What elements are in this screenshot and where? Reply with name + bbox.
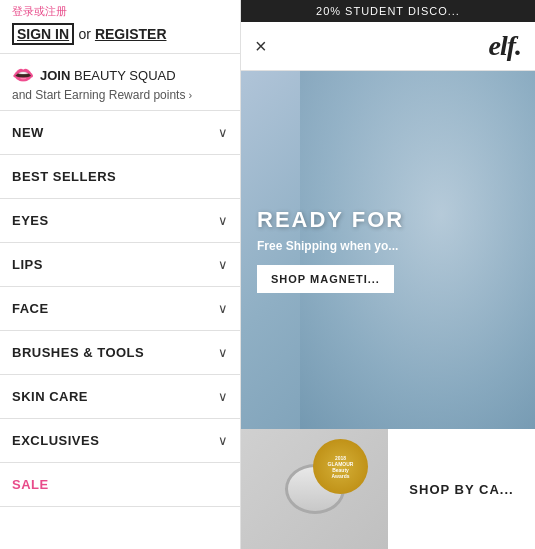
- nav-item-eyes[interactable]: EYES ∨: [0, 199, 240, 243]
- nav-label-lips: LIPS: [12, 257, 43, 272]
- nav-item-face[interactable]: FACE ∨: [0, 287, 240, 331]
- main-content: 20% STUDENT DISCO... × elf. READY FOR Fr…: [241, 0, 535, 549]
- reward-text: and Start Earning Reward points ›: [12, 88, 228, 102]
- nav-item-skin-care[interactable]: SKIN CARE ∨: [0, 375, 240, 419]
- nav-item-exclusives[interactable]: EXCLUSIVES ∨: [0, 419, 240, 463]
- shop-by-category: SHOP BY CA...: [388, 429, 535, 549]
- chevron-down-icon: ∨: [218, 213, 228, 228]
- nav-label-best-sellers: BEST SELLERS: [12, 169, 116, 184]
- nav-label-brushes-tools: BRUSHES & TOOLS: [12, 345, 144, 360]
- top-banner: 20% STUDENT DISCO...: [241, 0, 535, 22]
- shop-magnetic-button[interactable]: SHOP MAGNETI...: [257, 265, 394, 293]
- sign-in-row: SIGN IN or REGISTER: [0, 19, 240, 54]
- nav-item-sale[interactable]: SALE: [0, 463, 240, 507]
- close-icon[interactable]: ×: [255, 35, 267, 58]
- or-text: or: [79, 26, 95, 42]
- chevron-down-icon: ∨: [218, 345, 228, 360]
- join-text: JOIN BEAUTY SQUAD: [40, 68, 176, 83]
- register-link[interactable]: REGISTER: [95, 26, 167, 42]
- chevron-down-icon: ∨: [218, 301, 228, 316]
- chevron-down-icon: ∨: [218, 389, 228, 404]
- nav-label-skin-care: SKIN CARE: [12, 389, 88, 404]
- hero-subtext: Free Shipping when yo...: [257, 239, 398, 253]
- chevron-down-icon: ∨: [218, 125, 228, 140]
- award-badge: 2018 GLAMOUR Beauty Awards: [313, 439, 368, 494]
- sign-in-link[interactable]: SIGN IN: [12, 23, 74, 45]
- nav-label-sale: SALE: [12, 477, 49, 492]
- nav-item-best-sellers[interactable]: BEST SELLERS: [0, 155, 240, 199]
- product-area: 2018 GLAMOUR Beauty Awards: [241, 429, 388, 549]
- hero-section: READY FOR Free Shipping when yo... SHOP …: [241, 71, 535, 429]
- chevron-right-icon: ›: [188, 89, 192, 101]
- nav-label-exclusives: EXCLUSIVES: [12, 433, 99, 448]
- chevron-down-icon: ∨: [218, 433, 228, 448]
- sidebar: 登录或注册 SIGN IN or REGISTER 👄 JOIN BEAUTY …: [0, 0, 241, 549]
- nav-item-new[interactable]: NEW ∨: [0, 111, 240, 155]
- elf-logo: elf.: [488, 30, 521, 62]
- top-bar: × elf.: [241, 22, 535, 71]
- hero-heading: READY FOR: [257, 207, 404, 233]
- nav-label-new: NEW: [12, 125, 44, 140]
- nav-label-face: FACE: [12, 301, 49, 316]
- top-hint: 登录或注册: [0, 0, 240, 19]
- beauty-squad-row[interactable]: 👄 JOIN BEAUTY SQUAD and Start Earning Re…: [0, 54, 240, 111]
- lips-icon: 👄: [12, 64, 34, 86]
- nav-item-brushes-tools[interactable]: BRUSHES & TOOLS ∨: [0, 331, 240, 375]
- nav-label-eyes: EYES: [12, 213, 49, 228]
- chevron-down-icon: ∨: [218, 257, 228, 272]
- nav-item-lips[interactable]: LIPS ∨: [0, 243, 240, 287]
- bottom-section: 2018 GLAMOUR Beauty Awards SHOP BY CA...: [241, 429, 535, 549]
